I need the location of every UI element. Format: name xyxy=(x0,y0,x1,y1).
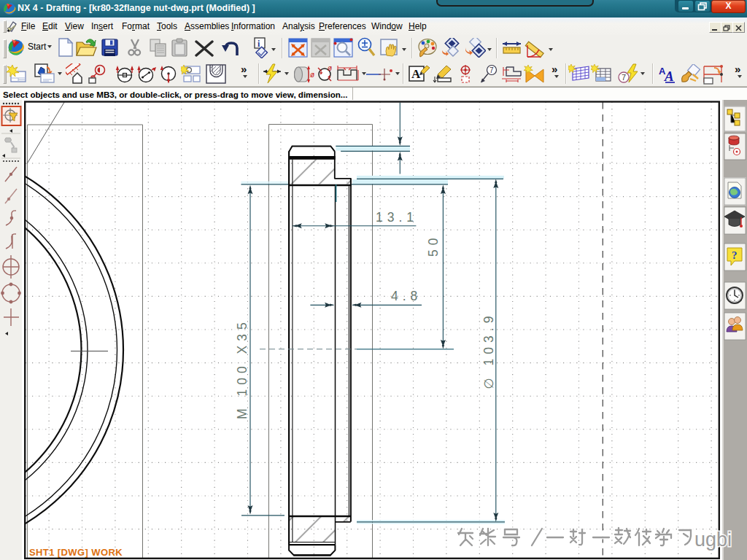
svg-text:13.1: 13.1 xyxy=(376,210,418,225)
svg-text:?: ? xyxy=(732,249,738,261)
svg-text:∅ 103.9: ∅ 103.9 xyxy=(481,312,496,389)
svg-text:7: 7 xyxy=(489,66,494,74)
svg-text:4.8: 4.8 xyxy=(391,289,422,303)
svg-text:7: 7 xyxy=(622,73,626,82)
svg-text:ugbi: ugbi xyxy=(694,529,732,551)
svg-text:ø: ø xyxy=(328,64,332,72)
svg-text:A: A xyxy=(664,69,674,84)
svg-text:SHT1 [DWG] WORK: SHT1 [DWG] WORK xyxy=(29,547,123,558)
svg-text:50: 50 xyxy=(426,234,441,257)
svg-text:A: A xyxy=(411,67,421,81)
svg-text:M 100 X35: M 100 X35 xyxy=(235,318,249,419)
svg-text:ø: ø xyxy=(310,71,314,79)
